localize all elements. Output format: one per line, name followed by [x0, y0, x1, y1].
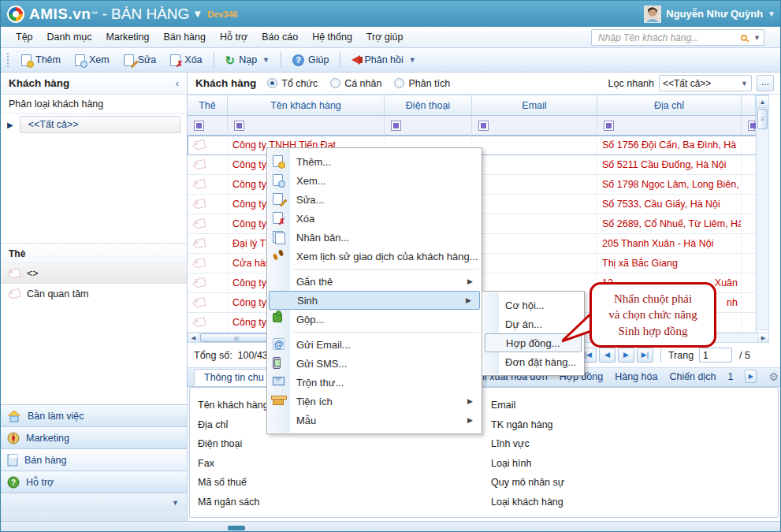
column-header-Email[interactable]: Email	[472, 95, 597, 116]
radio-1[interactable]: Cá nhân	[330, 78, 394, 89]
menubar-item-6[interactable]: Hệ thống	[305, 28, 359, 46]
add-button[interactable]: Thêm	[14, 51, 68, 69]
delete-doc-icon: ✗	[170, 54, 180, 66]
filter-icon[interactable]	[478, 121, 489, 131]
menu-item-xóa[interactable]: ✗Xóa	[268, 209, 481, 228]
column-header-Điện thoại[interactable]: Điện thoại	[385, 95, 472, 116]
quick-filter-select[interactable]: <<Tất cả>> ▼	[659, 75, 752, 91]
menubar-item-1[interactable]: Danh mục	[40, 28, 99, 46]
menu-item-sửa[interactable]: Sửa...	[268, 190, 481, 209]
tag-item-1[interactable]: Cần quan tâm	[1, 284, 187, 304]
avatar	[644, 6, 661, 23]
search-icon[interactable]	[741, 35, 747, 41]
menubar-item-2[interactable]: Marketing	[99, 28, 157, 46]
radio-2[interactable]: Phân tích	[394, 78, 463, 89]
collapse-panel-icon[interactable]: ‹	[176, 77, 179, 89]
filter-icon[interactable]	[748, 121, 755, 131]
quick-filter-caret-icon: ▼	[741, 80, 748, 87]
filter-icon[interactable]	[194, 121, 204, 131]
submenu-item-đơn-đặt-hàng[interactable]: Đơn đặt hàng...	[483, 352, 583, 371]
edit-button[interactable]: Sửa	[117, 51, 164, 69]
tab-4[interactable]: 1	[727, 371, 733, 382]
menu-item-sinh[interactable]: Sinh▶	[269, 291, 480, 310]
menu-item-mẫu[interactable]: Mẫu▶	[268, 411, 481, 430]
menubar-item-7[interactable]: Trợ giúp	[359, 28, 411, 46]
menu-item-xem-lịch-sử-giao-dịch-của-khách-hàng[interactable]: Xem lịch sử giao dịch của khách hàng...	[268, 247, 481, 266]
detail-fields-right: EmailTK ngân hàngLĩnh vựcLoại hìnhQuy mô…	[491, 396, 564, 512]
gear-icon[interactable]: ⚙	[768, 370, 779, 383]
vertical-scroll-thumb[interactable]: ≡	[757, 109, 768, 129]
tree-expand-icon[interactable]: ▶	[7, 121, 13, 129]
delete-button[interactable]: ✗Xóa	[163, 51, 209, 69]
scroll-left-icon[interactable]: ◀	[188, 333, 199, 342]
table-filter-row	[188, 116, 769, 136]
sidebar: Khách hàng ‹ Phân loại khách hàng ▶ <<Tấ…	[1, 73, 188, 521]
last-page-button[interactable]: ▶|	[637, 348, 653, 363]
mail-merge-icon	[273, 376, 285, 388]
menu-item-nhân-bản[interactable]: Nhân bản...	[268, 228, 481, 247]
tree-item-label[interactable]: <<Tất cả>>	[20, 116, 180, 133]
filter-more-button[interactable]: ...	[757, 75, 774, 91]
sidebar-nav-bàn-làm-việc[interactable]: Bàn làm việc	[1, 404, 187, 426]
row-tag-cell	[188, 313, 228, 332]
help-button[interactable]: ?Giúp	[285, 51, 336, 69]
view-button[interactable]: Xem	[68, 51, 117, 69]
menubar-item-5[interactable]: Báo cáo	[255, 28, 305, 46]
reload-button[interactable]: ↻Nạp▼	[218, 51, 277, 69]
sidebar-nav-bán-hàng[interactable]: Bán hàng	[1, 448, 187, 471]
prev-page-button[interactable]: ◀	[599, 348, 616, 363]
column-header-Thẻ[interactable]: Thẻ	[188, 95, 228, 116]
filter-icon[interactable]	[604, 121, 614, 131]
menu-item-gộp[interactable]: Gộp...	[268, 310, 481, 329]
radio-icon[interactable]	[394, 78, 404, 88]
radio-0[interactable]: Tổ chức	[267, 78, 330, 89]
page-number-input[interactable]	[699, 348, 732, 363]
user-menu[interactable]: Nguyễn Như Quỳnh ▼	[644, 6, 775, 23]
column-header-extra[interactable]	[742, 95, 756, 116]
tree-item-all-customers[interactable]: ▶ <<Tất cả>>	[1, 113, 187, 136]
tab-scroll-right-icon[interactable]: ▶	[745, 370, 757, 383]
compass-icon	[7, 432, 20, 445]
filter-icon[interactable]	[234, 121, 244, 131]
menu-item-gắn-thẻ[interactable]: Gắn thẻ▶	[268, 272, 481, 291]
filter-icon[interactable]	[391, 121, 401, 131]
radio-icon[interactable]	[267, 78, 277, 88]
tab-2[interactable]: Hàng hóa	[615, 371, 657, 382]
menu-item-label: Mẫu	[296, 415, 316, 426]
sidebar-nav-hỗ-trợ[interactable]: ?Hỗ trợ	[1, 471, 187, 493]
edit-doc-icon	[273, 193, 283, 207]
menubar-item-0[interactable]: Tệp	[9, 28, 40, 46]
scroll-right-icon[interactable]: ▶	[757, 333, 768, 342]
field-label: Địa chỉ	[198, 415, 269, 435]
feedback-button[interactable]: Phản hồi▼	[344, 51, 422, 69]
module-dropdown-icon[interactable]: ▼	[192, 8, 203, 20]
field-label: Email	[491, 396, 564, 415]
menu-item-tiện-ích[interactable]: Tiện ích▶	[268, 392, 481, 411]
tag-icon	[192, 296, 206, 308]
column-header-Địa chỉ[interactable]: Địa chỉ	[597, 95, 742, 116]
scroll-up-icon[interactable]: ▲	[757, 96, 768, 108]
row-email-cell	[472, 273, 597, 292]
tag-item-0[interactable]: <>	[1, 263, 187, 284]
menu-item-label: Gửi SMS...	[296, 358, 347, 370]
menubar-item-4[interactable]: Hỗ trợ	[213, 28, 255, 46]
menubar-item-3[interactable]: Bán hàng	[156, 28, 213, 46]
menu-item-gửi-email[interactable]: @Gửi Email...	[268, 335, 481, 354]
column-header-Tên khách hàng[interactable]: Tên khách hàng	[228, 95, 385, 116]
radio-icon[interactable]	[330, 78, 340, 88]
radio-label: Cá nhân	[344, 78, 381, 89]
menu-item-thêm[interactable]: Thêm...	[268, 152, 481, 171]
customer-search-box[interactable]: Nhập Tên khách hàng... ▼	[591, 29, 764, 46]
menu-item-label: Gửi Email...	[296, 339, 351, 351]
menu-item-trộn-thư[interactable]: Trộn thư...	[268, 373, 481, 392]
menu-item-xem[interactable]: Xem...	[268, 171, 481, 190]
horizontal-scroll-thumb[interactable]: ΙΙΙ	[200, 333, 273, 342]
search-caret-icon[interactable]: ▼	[753, 34, 761, 42]
sidebar-nav-marketing[interactable]: Marketing	[1, 426, 187, 448]
next-page-button[interactable]: ▶	[618, 348, 634, 363]
nav-overflow-bar[interactable]: ▼	[1, 493, 187, 512]
menu-item-gửi-sms[interactable]: Gửi SMS...	[268, 354, 481, 373]
vertical-scrollbar[interactable]: ▲ ≡ ▼	[756, 95, 769, 342]
tab-3[interactable]: Chiến dịch	[669, 371, 716, 382]
tab-general-info[interactable]: Thông tin chu	[194, 369, 274, 386]
